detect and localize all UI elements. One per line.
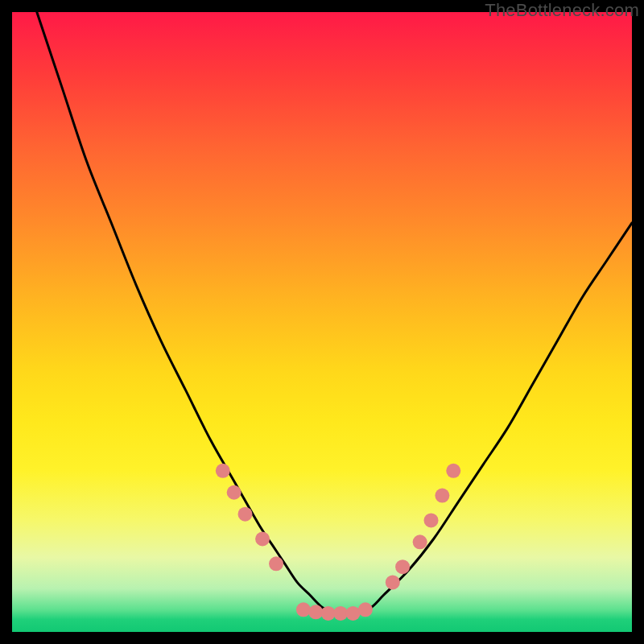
data-marker: [296, 602, 311, 617]
data-marker: [269, 556, 283, 571]
data-marker: [435, 489, 449, 503]
data-marker: [358, 602, 373, 617]
data-marker: [413, 535, 427, 549]
chart-svg: [12, 12, 632, 632]
data-marker: [446, 464, 460, 478]
chart-frame: TheBottleneck.com: [0, 0, 644, 644]
data-marker: [238, 507, 253, 522]
data-marker: [227, 485, 242, 500]
data-marker: [424, 513, 439, 527]
chart-plot-area: [12, 12, 632, 632]
watermark-text: TheBottleneck.com: [485, 0, 639, 21]
data-marker: [395, 559, 410, 574]
bottleneck-curve: [37, 12, 632, 613]
data-marker: [386, 575, 400, 589]
data-marker: [333, 606, 348, 621]
data-marker: [255, 532, 270, 547]
data-marker: [346, 606, 361, 621]
data-marker: [216, 464, 230, 478]
data-marker: [308, 605, 323, 619]
data-marker: [321, 606, 336, 621]
